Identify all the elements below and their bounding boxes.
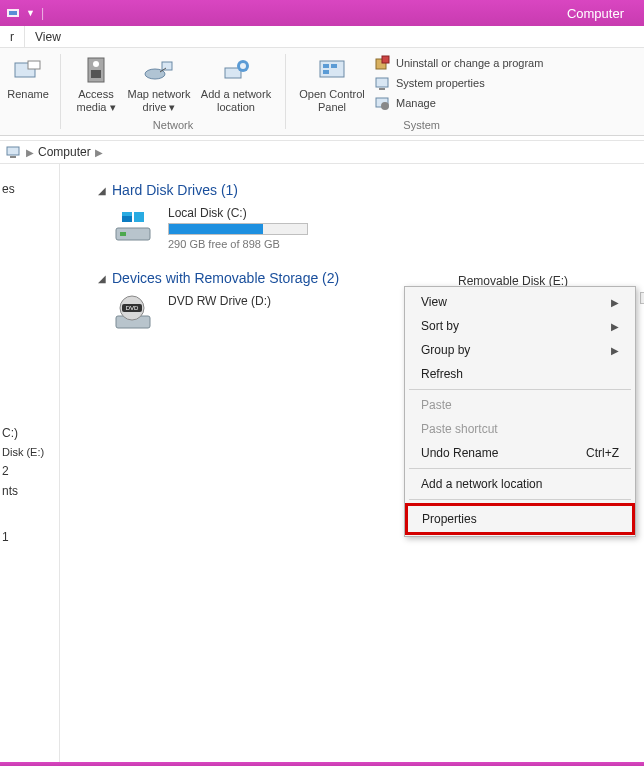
- drive-name: Local Disk (C:): [168, 206, 308, 220]
- add-location-icon: [220, 54, 252, 86]
- category-hdd-label: Hard Disk Drives (1): [112, 182, 238, 198]
- ctx-sort-by[interactable]: Sort by▶: [407, 314, 633, 338]
- network-drive-icon: [143, 54, 175, 86]
- open-control-panel-button[interactable]: Open Control Panel: [296, 50, 368, 113]
- ctx-undo-label: Undo Rename: [421, 446, 498, 460]
- map-network-drive-label: Map network drive ▾: [128, 88, 191, 113]
- ctx-add-network-location[interactable]: Add a network location: [407, 472, 633, 496]
- ctx-paste: Paste: [407, 393, 633, 417]
- ctx-paste-shortcut: Paste shortcut: [407, 417, 633, 441]
- svg-point-5: [93, 61, 99, 67]
- menubar: r View: [0, 26, 644, 48]
- drive-usage-fill: [169, 224, 263, 234]
- svg-rect-3: [28, 61, 40, 69]
- svg-rect-20: [379, 88, 385, 90]
- svg-rect-8: [162, 62, 172, 70]
- svg-rect-24: [10, 156, 16, 158]
- titlebar: ▼ | Computer: [0, 0, 644, 26]
- svg-rect-16: [323, 70, 329, 74]
- ribbon-separator: [285, 54, 286, 129]
- map-network-drive-button[interactable]: Map network drive ▾: [123, 50, 195, 113]
- ctx-sortby-label: Sort by: [421, 319, 459, 333]
- sidebar-item-nts[interactable]: nts: [2, 484, 57, 498]
- ctx-group-by[interactable]: Group by▶: [407, 338, 633, 362]
- sidebar-item-2[interactable]: 2: [2, 464, 57, 478]
- ctx-separator: [409, 499, 631, 500]
- ctx-refresh[interactable]: Refresh: [407, 362, 633, 386]
- uninstall-label: Uninstall or change a program: [396, 57, 543, 69]
- hdd-icon: [112, 206, 154, 246]
- ctx-refresh-label: Refresh: [421, 367, 463, 381]
- rename-label: Rename: [7, 88, 49, 101]
- chevron-right-icon[interactable]: ▶: [95, 147, 103, 158]
- ctx-separator: [409, 468, 631, 469]
- uninstall-icon: [374, 55, 390, 71]
- manage-button[interactable]: Manage: [370, 94, 547, 112]
- submenu-arrow-icon: ▶: [611, 345, 619, 356]
- sidebar-item-e[interactable]: Disk (E:): [2, 446, 57, 458]
- sidebar-item-c[interactable]: C:): [2, 426, 57, 440]
- svg-rect-1: [9, 11, 17, 15]
- submenu-arrow-icon: ▶: [611, 321, 619, 332]
- ctx-separator: [409, 389, 631, 390]
- menubar-view[interactable]: View: [25, 26, 71, 47]
- ctx-properties[interactable]: Properties: [408, 506, 632, 532]
- ctx-undo-shortcut: Ctrl+Z: [586, 446, 619, 460]
- sidebar: es C:) Disk (E:) 2 nts 1: [0, 164, 60, 762]
- svg-rect-18: [382, 56, 389, 63]
- system-properties-button[interactable]: System properties: [370, 74, 547, 92]
- access-media-button[interactable]: Access media ▾: [71, 50, 121, 113]
- breadcrumb[interactable]: ▶ Computer ▶: [0, 140, 644, 164]
- drive-removable-e-bar: [640, 292, 644, 304]
- svg-rect-28: [134, 212, 144, 222]
- control-panel-icon: [316, 54, 348, 86]
- submenu-arrow-icon: ▶: [611, 297, 619, 308]
- ctx-undo-rename[interactable]: Undo RenameCtrl+Z: [407, 441, 633, 465]
- drive-name: DVD RW Drive (D:): [168, 294, 271, 308]
- ribbon-group-rename: Rename: [0, 48, 56, 135]
- computer-icon: [6, 144, 22, 160]
- ctx-view[interactable]: View▶: [407, 290, 633, 314]
- svg-point-12: [240, 63, 246, 69]
- add-network-location-button[interactable]: Add a network location: [197, 50, 275, 113]
- ctx-properties-label: Properties: [422, 512, 477, 526]
- ribbon-separator: [60, 54, 61, 129]
- qat-separator: |: [41, 6, 44, 20]
- dvd-drive-icon: DVD: [112, 294, 154, 334]
- menubar-truncated[interactable]: r: [0, 26, 25, 47]
- system-properties-label: System properties: [396, 77, 485, 89]
- ctx-view-label: View: [421, 295, 447, 309]
- qat-dropdown-icon[interactable]: ▼: [26, 8, 35, 18]
- category-removable-label: Devices with Removable Storage (2): [112, 270, 339, 286]
- uninstall-program-button[interactable]: Uninstall or change a program: [370, 54, 547, 72]
- breadcrumb-computer[interactable]: Computer: [38, 145, 91, 159]
- category-hdd: ◢ Hard Disk Drives (1) Local Disk (C:) 2…: [98, 182, 634, 250]
- body: es C:) Disk (E:) 2 nts 1 ◢ Hard Disk Dri…: [0, 164, 644, 762]
- system-group-label: System: [403, 119, 440, 133]
- system-properties-icon: [374, 75, 390, 91]
- drive-free-text: 290 GB free of 898 GB: [168, 238, 308, 250]
- context-menu: View▶ Sort by▶ Group by▶ Refresh Paste P…: [404, 286, 636, 537]
- chevron-right-icon[interactable]: ▶: [26, 147, 34, 158]
- category-header-hdd[interactable]: ◢ Hard Disk Drives (1): [98, 182, 634, 198]
- access-media-label: Access media ▾: [76, 88, 115, 113]
- collapse-icon[interactable]: ◢: [98, 273, 106, 284]
- ctx-paste-shortcut-label: Paste shortcut: [421, 422, 498, 436]
- collapse-icon[interactable]: ◢: [98, 185, 106, 196]
- sidebar-item-1[interactable]: 1: [2, 530, 57, 544]
- system-column: Uninstall or change a program System pro…: [370, 50, 547, 113]
- drive-usage-bar: [168, 223, 308, 235]
- drive-local-c[interactable]: Local Disk (C:) 290 GB free of 898 GB: [112, 206, 634, 250]
- network-group-label: Network: [153, 119, 193, 133]
- app-icon: [6, 6, 20, 20]
- ctx-addnet-label: Add a network location: [421, 477, 542, 491]
- statusbar: [0, 762, 644, 766]
- content-pane[interactable]: ◢ Hard Disk Drives (1) Local Disk (C:) 2…: [60, 164, 644, 762]
- window-title: Computer: [567, 6, 624, 21]
- sidebar-truncated-es[interactable]: es: [2, 182, 15, 196]
- ctx-groupby-label: Group by: [421, 343, 470, 357]
- svg-rect-19: [376, 78, 388, 87]
- rename-button[interactable]: Rename: [6, 50, 50, 101]
- svg-rect-29: [122, 216, 132, 222]
- manage-label: Manage: [396, 97, 436, 109]
